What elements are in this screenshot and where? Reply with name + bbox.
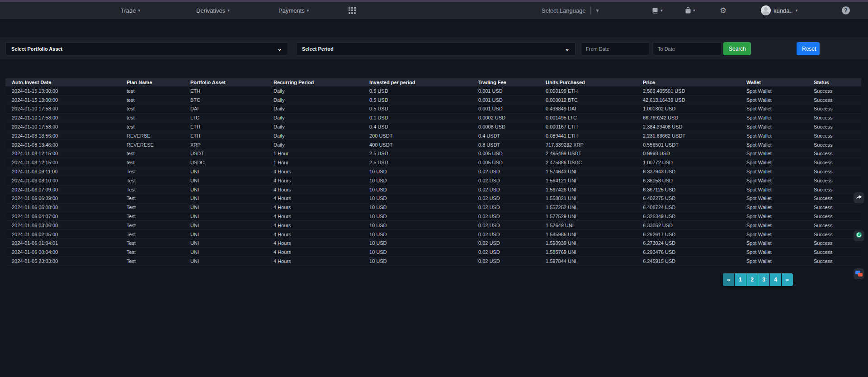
table-cell: 0.02 USD xyxy=(472,203,539,212)
column-header: Status xyxy=(807,78,861,86)
table-cell: 10 USD xyxy=(363,248,472,257)
user-menu[interactable]: kunda.. ▾ xyxy=(774,2,797,19)
from-date-input[interactable] xyxy=(586,46,645,52)
table-cell: Spot Wallet xyxy=(740,248,807,257)
table-cell: 1 Hour xyxy=(267,158,363,167)
table-cell: Spot Wallet xyxy=(740,257,807,266)
table-cell: REVERESE xyxy=(120,140,184,149)
table-cell: 10 USD xyxy=(363,203,472,212)
table-cell: 0.005 USD xyxy=(472,158,539,167)
apps-grid-icon[interactable] xyxy=(349,7,357,14)
table-cell: 66.769242 USD xyxy=(637,113,740,122)
reset-button[interactable]: Reset xyxy=(797,42,820,55)
table-cell: 6.402275 USD xyxy=(637,194,740,203)
column-header: Invested per period xyxy=(363,78,472,86)
assets-bag-button[interactable]: ▾ xyxy=(685,2,695,19)
table-cell: 2024-01-06 05:08:00 xyxy=(5,203,120,212)
table-row: 2024-01-06 02:05:00TestUNI4 Hours10 USD0… xyxy=(5,230,861,239)
table-cell: 2024-01-08 13:56:00 xyxy=(5,131,120,140)
pagination-next[interactable]: » xyxy=(782,273,793,286)
table-cell: UNI xyxy=(184,248,267,257)
table-cell: 4 Hours xyxy=(267,221,363,230)
table-cell: Success xyxy=(807,158,861,167)
table-cell: 6.273024 USD xyxy=(637,239,740,248)
table-body: 2024-01-15 13:00:00testETHDaily0.5 USD0.… xyxy=(5,86,861,266)
nav-menu-payments[interactable]: Payments ▾ xyxy=(278,2,309,19)
table-cell: 200 USDT xyxy=(363,131,472,140)
table-cell: 2024-01-06 00:04:00 xyxy=(5,248,120,257)
table-cell: 0.02 USD xyxy=(472,257,539,266)
table-cell: test xyxy=(120,86,184,95)
share-widget-button[interactable] xyxy=(854,192,864,203)
chevron-down-icon: ▾ xyxy=(796,9,798,13)
chevron-down-icon: ▾ xyxy=(693,9,695,13)
nav-menu-derivatives-label: Derivatives xyxy=(196,7,225,14)
table-row: 2024-01-08 12:15:00testUSDT1 Hour2.5 USD… xyxy=(5,149,861,158)
table-cell: 10 USD xyxy=(363,176,472,185)
table-cell: 4 Hours xyxy=(267,239,363,248)
chat-widget-button[interactable] xyxy=(854,268,864,279)
nav-menu-derivatives[interactable]: Derivatives ▾ xyxy=(196,2,230,19)
orders-book-button[interactable]: ▾ xyxy=(652,2,663,19)
table-cell: ETH xyxy=(184,131,267,140)
period-select[interactable]: Select Period ⌄ xyxy=(296,42,576,55)
table-row: 2024-01-06 04:07:00TestUNI4 Hours10 USD0… xyxy=(5,212,861,221)
table-cell: Spot Wallet xyxy=(740,212,807,221)
pagination-prev[interactable]: « xyxy=(723,273,734,286)
table-row: 2024-01-06 00:04:00TestUNI4 Hours10 USD0… xyxy=(5,248,861,257)
table-cell: 42,613.16439 USD xyxy=(637,95,740,105)
table-cell: Success xyxy=(807,203,861,212)
table-cell: 2.5 USD xyxy=(363,158,472,167)
pagination-page-3[interactable]: 3 xyxy=(758,273,769,286)
search-button[interactable]: Search xyxy=(723,42,751,55)
nav-menu-trade[interactable]: Trade ▾ xyxy=(121,2,140,19)
username-label: kunda.. xyxy=(774,7,793,14)
table-cell: 4 Hours xyxy=(267,167,363,176)
to-date-wrapper xyxy=(653,42,722,55)
table-cell: 2024-01-08 12:15:00 xyxy=(5,149,120,158)
table-cell: test xyxy=(120,149,184,158)
table-cell: Spot Wallet xyxy=(740,105,807,114)
pagination-page-4[interactable]: 4 xyxy=(770,273,781,286)
table-cell: 4 Hours xyxy=(267,185,363,194)
table-cell: Success xyxy=(807,257,861,266)
table-cell: 0.000199 ETH xyxy=(539,86,637,95)
pagination: «1234» xyxy=(723,273,793,286)
user-avatar[interactable] xyxy=(761,5,771,15)
table-cell: Spot Wallet xyxy=(740,113,807,122)
table-cell: Spot Wallet xyxy=(740,95,807,105)
table-cell: Success xyxy=(807,239,861,248)
table-cell: Test xyxy=(120,185,184,194)
table-cell: 10 USD xyxy=(363,167,472,176)
share-arrow-icon xyxy=(856,194,862,202)
table-cell: 2024-01-06 01:04:01 xyxy=(5,239,120,248)
table-header-row: Auto-Invest DatePlan NamePortfolio Asset… xyxy=(5,78,861,86)
green-widget-button[interactable] xyxy=(854,230,864,241)
table-cell: 0.5 USD xyxy=(363,95,472,105)
table-cell: 0.5 USD xyxy=(363,86,472,95)
table-cell: UNI xyxy=(184,221,267,230)
table-row: 2024-01-08 12:15:00testUSDC1 Hour2.5 USD… xyxy=(5,158,861,167)
table-cell: 1.00772 USD xyxy=(637,158,740,167)
table-cell: Test xyxy=(120,203,184,212)
table-cell: 1.585769 UNI xyxy=(539,248,637,257)
pagination-page-2[interactable]: 2 xyxy=(746,273,758,286)
table-cell: 0.498849 DAI xyxy=(539,105,637,114)
pagination-page-1[interactable]: 1 xyxy=(735,273,746,286)
table-cell: 6.38058 USD xyxy=(637,176,740,185)
help-icon[interactable]: ? xyxy=(842,6,850,14)
to-date-input[interactable] xyxy=(658,46,717,52)
portfolio-asset-select[interactable]: Select Portfolio Asset ⌄ xyxy=(5,42,288,55)
table-cell: 6.326349 USD xyxy=(637,212,740,221)
table-cell: UNI xyxy=(184,167,267,176)
language-selector[interactable]: Select Language ▼ xyxy=(542,2,600,19)
table-cell: 2024-01-10 17:58:00 xyxy=(5,122,120,131)
table-cell: 2024-01-08 13:46:00 xyxy=(5,140,120,149)
settings-button[interactable]: ⚙ xyxy=(720,2,726,19)
table-cell: Daily xyxy=(267,113,363,122)
table-cell: 0.005 USD xyxy=(472,149,539,158)
table-cell: 0.02 USD xyxy=(472,176,539,185)
chevron-down-icon: ▾ xyxy=(138,9,140,13)
table-cell: USDC xyxy=(184,158,267,167)
table-cell: 0.8 USDT xyxy=(472,140,539,149)
